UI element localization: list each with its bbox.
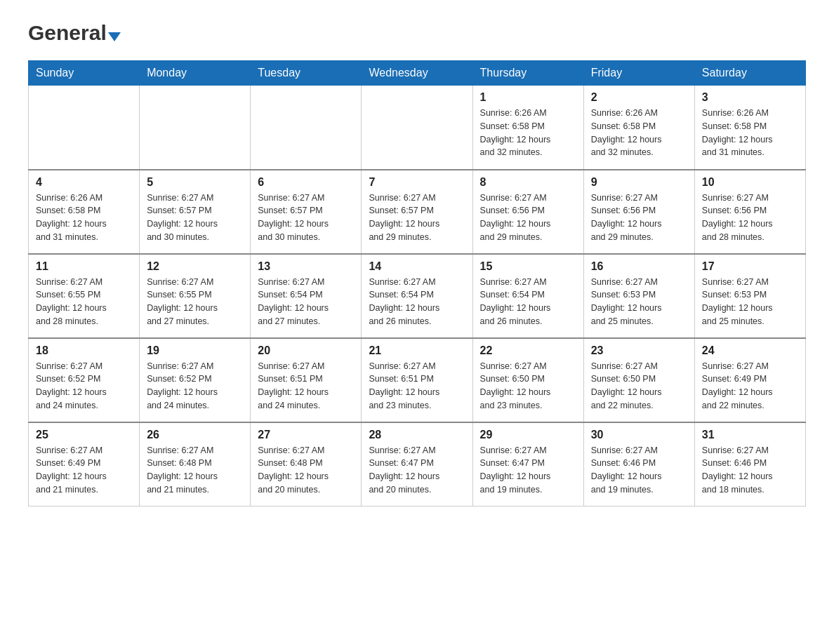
day-header-sunday: Sunday bbox=[29, 61, 140, 86]
day-info: Sunrise: 6:27 AMSunset: 6:54 PMDaylight:… bbox=[369, 276, 465, 328]
day-number: 18 bbox=[36, 344, 132, 357]
calendar-week-row: 11Sunrise: 6:27 AMSunset: 6:55 PMDayligh… bbox=[29, 254, 806, 338]
calendar-cell bbox=[251, 86, 362, 170]
day-number: 8 bbox=[480, 176, 576, 189]
day-info: Sunrise: 6:27 AMSunset: 6:54 PMDaylight:… bbox=[480, 276, 576, 328]
calendar-cell: 19Sunrise: 6:27 AMSunset: 6:52 PMDayligh… bbox=[140, 338, 251, 422]
calendar-cell: 29Sunrise: 6:27 AMSunset: 6:47 PMDayligh… bbox=[472, 422, 583, 507]
day-number: 22 bbox=[480, 344, 576, 357]
day-info: Sunrise: 6:26 AMSunset: 6:58 PMDaylight:… bbox=[36, 192, 132, 244]
day-number: 1 bbox=[480, 91, 576, 104]
day-number: 3 bbox=[702, 91, 798, 104]
day-header-tuesday: Tuesday bbox=[251, 61, 362, 86]
calendar-cell: 13Sunrise: 6:27 AMSunset: 6:54 PMDayligh… bbox=[251, 254, 362, 338]
day-info: Sunrise: 6:27 AMSunset: 6:53 PMDaylight:… bbox=[702, 276, 798, 328]
day-header-wednesday: Wednesday bbox=[362, 61, 472, 86]
day-info: Sunrise: 6:27 AMSunset: 6:48 PMDaylight:… bbox=[258, 444, 354, 497]
day-number: 5 bbox=[147, 176, 243, 189]
day-number: 23 bbox=[591, 344, 687, 357]
calendar-week-row: 18Sunrise: 6:27 AMSunset: 6:52 PMDayligh… bbox=[29, 338, 806, 422]
day-info: Sunrise: 6:27 AMSunset: 6:53 PMDaylight:… bbox=[591, 276, 687, 328]
day-info: Sunrise: 6:27 AMSunset: 6:46 PMDaylight:… bbox=[702, 444, 798, 497]
day-header-saturday: Saturday bbox=[694, 61, 805, 86]
day-info: Sunrise: 6:27 AMSunset: 6:47 PMDaylight:… bbox=[480, 444, 576, 497]
calendar-week-row: 1Sunrise: 6:26 AMSunset: 6:58 PMDaylight… bbox=[29, 86, 806, 170]
day-number: 25 bbox=[36, 429, 132, 441]
day-number: 4 bbox=[36, 176, 132, 189]
day-info: Sunrise: 6:27 AMSunset: 6:47 PMDaylight:… bbox=[369, 444, 465, 497]
day-header-monday: Monday bbox=[140, 61, 251, 86]
day-info: Sunrise: 6:27 AMSunset: 6:57 PMDaylight:… bbox=[147, 192, 243, 244]
logo-triangle-icon bbox=[108, 32, 121, 41]
calendar-cell: 1Sunrise: 6:26 AMSunset: 6:58 PMDaylight… bbox=[472, 86, 583, 170]
day-info: Sunrise: 6:27 AMSunset: 6:54 PMDaylight:… bbox=[258, 276, 354, 328]
day-number: 11 bbox=[36, 260, 132, 273]
calendar-cell: 20Sunrise: 6:27 AMSunset: 6:51 PMDayligh… bbox=[251, 338, 362, 422]
calendar-cell: 5Sunrise: 6:27 AMSunset: 6:57 PMDaylight… bbox=[140, 170, 251, 254]
day-number: 9 bbox=[591, 176, 687, 189]
calendar-cell: 3Sunrise: 6:26 AMSunset: 6:58 PMDaylight… bbox=[694, 86, 805, 170]
day-number: 28 bbox=[369, 429, 465, 441]
calendar-table: SundayMondayTuesdayWednesdayThursdayFrid… bbox=[28, 60, 806, 507]
day-number: 13 bbox=[258, 260, 354, 273]
calendar-cell: 18Sunrise: 6:27 AMSunset: 6:52 PMDayligh… bbox=[29, 338, 140, 422]
day-info: Sunrise: 6:27 AMSunset: 6:50 PMDaylight:… bbox=[591, 360, 687, 412]
calendar-cell: 15Sunrise: 6:27 AMSunset: 6:54 PMDayligh… bbox=[472, 254, 583, 338]
calendar-cell: 10Sunrise: 6:27 AMSunset: 6:56 PMDayligh… bbox=[694, 170, 805, 254]
calendar-cell: 21Sunrise: 6:27 AMSunset: 6:51 PMDayligh… bbox=[362, 338, 472, 422]
day-info: Sunrise: 6:27 AMSunset: 6:46 PMDaylight:… bbox=[591, 444, 687, 497]
day-number: 7 bbox=[369, 176, 465, 189]
day-number: 17 bbox=[702, 260, 798, 273]
calendar-cell: 23Sunrise: 6:27 AMSunset: 6:50 PMDayligh… bbox=[583, 338, 694, 422]
calendar-cell bbox=[140, 86, 251, 170]
day-info: Sunrise: 6:27 AMSunset: 6:51 PMDaylight:… bbox=[258, 360, 354, 412]
calendar-cell: 17Sunrise: 6:27 AMSunset: 6:53 PMDayligh… bbox=[694, 254, 805, 338]
day-info: Sunrise: 6:27 AMSunset: 6:56 PMDaylight:… bbox=[702, 192, 798, 244]
day-number: 20 bbox=[258, 344, 354, 357]
day-info: Sunrise: 6:27 AMSunset: 6:49 PMDaylight:… bbox=[702, 360, 798, 412]
calendar-cell: 26Sunrise: 6:27 AMSunset: 6:48 PMDayligh… bbox=[140, 422, 251, 507]
day-info: Sunrise: 6:27 AMSunset: 6:50 PMDaylight:… bbox=[480, 360, 576, 412]
day-info: Sunrise: 6:26 AMSunset: 6:58 PMDaylight:… bbox=[480, 107, 576, 159]
day-info: Sunrise: 6:27 AMSunset: 6:55 PMDaylight:… bbox=[36, 276, 132, 328]
day-number: 31 bbox=[702, 429, 798, 441]
calendar-cell bbox=[362, 86, 472, 170]
calendar-cell: 14Sunrise: 6:27 AMSunset: 6:54 PMDayligh… bbox=[362, 254, 472, 338]
day-info: Sunrise: 6:27 AMSunset: 6:51 PMDaylight:… bbox=[369, 360, 465, 412]
calendar-cell: 8Sunrise: 6:27 AMSunset: 6:56 PMDaylight… bbox=[472, 170, 583, 254]
day-number: 24 bbox=[702, 344, 798, 357]
day-number: 10 bbox=[702, 176, 798, 189]
page-header: General bbox=[28, 21, 806, 46]
day-info: Sunrise: 6:27 AMSunset: 6:48 PMDaylight:… bbox=[147, 444, 243, 497]
day-number: 2 bbox=[591, 91, 687, 104]
logo-main-text: General bbox=[28, 21, 121, 45]
logo: General bbox=[28, 21, 121, 46]
calendar-header-row: SundayMondayTuesdayWednesdayThursdayFrid… bbox=[29, 61, 806, 86]
day-number: 19 bbox=[147, 344, 243, 357]
calendar-week-row: 4Sunrise: 6:26 AMSunset: 6:58 PMDaylight… bbox=[29, 170, 806, 254]
day-header-friday: Friday bbox=[583, 61, 694, 86]
day-info: Sunrise: 6:27 AMSunset: 6:56 PMDaylight:… bbox=[480, 192, 576, 244]
day-number: 29 bbox=[480, 429, 576, 441]
day-info: Sunrise: 6:27 AMSunset: 6:52 PMDaylight:… bbox=[147, 360, 243, 412]
day-number: 16 bbox=[591, 260, 687, 273]
day-info: Sunrise: 6:26 AMSunset: 6:58 PMDaylight:… bbox=[702, 107, 798, 159]
day-number: 30 bbox=[591, 429, 687, 441]
calendar-cell: 27Sunrise: 6:27 AMSunset: 6:48 PMDayligh… bbox=[251, 422, 362, 507]
calendar-cell: 11Sunrise: 6:27 AMSunset: 6:55 PMDayligh… bbox=[29, 254, 140, 338]
calendar-cell: 7Sunrise: 6:27 AMSunset: 6:57 PMDaylight… bbox=[362, 170, 472, 254]
day-number: 12 bbox=[147, 260, 243, 273]
day-info: Sunrise: 6:27 AMSunset: 6:57 PMDaylight:… bbox=[258, 192, 354, 244]
day-number: 6 bbox=[258, 176, 354, 189]
calendar-cell: 31Sunrise: 6:27 AMSunset: 6:46 PMDayligh… bbox=[694, 422, 805, 507]
day-info: Sunrise: 6:27 AMSunset: 6:56 PMDaylight:… bbox=[591, 192, 687, 244]
day-info: Sunrise: 6:27 AMSunset: 6:57 PMDaylight:… bbox=[369, 192, 465, 244]
day-number: 26 bbox=[147, 429, 243, 441]
calendar-cell: 16Sunrise: 6:27 AMSunset: 6:53 PMDayligh… bbox=[583, 254, 694, 338]
calendar-cell: 24Sunrise: 6:27 AMSunset: 6:49 PMDayligh… bbox=[694, 338, 805, 422]
day-info: Sunrise: 6:27 AMSunset: 6:49 PMDaylight:… bbox=[36, 444, 132, 497]
calendar-cell: 25Sunrise: 6:27 AMSunset: 6:49 PMDayligh… bbox=[29, 422, 140, 507]
calendar-cell: 28Sunrise: 6:27 AMSunset: 6:47 PMDayligh… bbox=[362, 422, 472, 507]
calendar-cell: 9Sunrise: 6:27 AMSunset: 6:56 PMDaylight… bbox=[583, 170, 694, 254]
day-header-thursday: Thursday bbox=[472, 61, 583, 86]
